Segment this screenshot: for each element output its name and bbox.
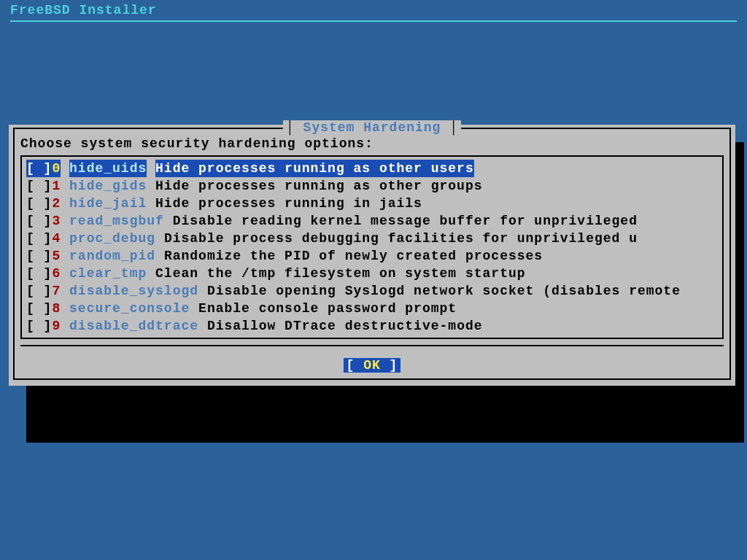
option-row-clear_tmp[interactable]: 6 clear_tmp Clean the /tmp filesystem on… — [26, 265, 718, 282]
option-index: 5 — [52, 247, 61, 265]
option-name: disable_ddtrace — [69, 317, 198, 335]
option-description: Disable opening Syslogd network socket (… — [207, 282, 681, 300]
checkbox-icon[interactable] — [26, 300, 52, 317]
option-description: Disallow DTrace destructive-mode — [207, 317, 483, 335]
option-index: 2 — [52, 195, 61, 212]
option-row-hide_uids[interactable]: 0 hide_uids Hide processes running as ot… — [26, 160, 718, 177]
checkbox-icon[interactable] — [26, 212, 52, 230]
option-index: 6 — [52, 265, 61, 282]
option-name: hide_jail — [69, 195, 147, 212]
option-row-disable_syslogd[interactable]: 7 disable_syslogd Disable opening Syslog… — [26, 282, 718, 300]
checkbox-icon[interactable] — [26, 265, 52, 282]
options-list: 0 hide_uids Hide processes running as ot… — [20, 155, 724, 339]
option-index: 3 — [52, 212, 61, 230]
option-name: proc_debug — [69, 230, 155, 247]
option-index: 1 — [52, 177, 61, 195]
checkbox-icon[interactable] — [26, 247, 52, 265]
option-name: clear_tmp — [69, 265, 147, 282]
option-index: 4 — [52, 230, 61, 247]
header-divider — [10, 20, 737, 22]
option-description: Clean the /tmp filesystem on system star… — [155, 265, 525, 282]
hardening-dialog: System Hardening Choose system security … — [9, 125, 735, 386]
option-row-proc_debug[interactable]: 4 proc_debug Disable process debugging f… — [26, 230, 718, 247]
checkbox-icon[interactable] — [26, 177, 52, 195]
option-description: Randomize the PID of newly created proce… — [164, 247, 543, 265]
option-index: 8 — [52, 300, 61, 317]
option-description: Hide processes running in jails — [155, 195, 422, 212]
button-bar: OK — [20, 345, 724, 373]
checkbox-icon[interactable] — [26, 160, 52, 177]
app-title: FreeBSD Installer — [0, 0, 747, 19]
option-description: Disable reading kernel message buffer fo… — [173, 212, 638, 230]
option-name: hide_gids — [69, 177, 147, 195]
option-description: Hide processes running as other groups — [155, 177, 482, 195]
option-description: Hide processes running as other users — [155, 160, 474, 177]
option-row-disable_ddtrace[interactable]: 9 disable_ddtrace Disallow DTrace destru… — [26, 317, 718, 335]
dialog-title: System Hardening — [283, 120, 461, 135]
option-index: 7 — [52, 282, 61, 300]
checkbox-icon[interactable] — [26, 282, 52, 300]
checkbox-icon[interactable] — [26, 195, 52, 212]
option-index: 9 — [52, 317, 61, 335]
option-name: secure_console — [69, 300, 190, 317]
option-row-hide_gids[interactable]: 1 hide_gids Hide processes running as ot… — [26, 177, 718, 195]
option-row-hide_jail[interactable]: 2 hide_jail Hide processes running in ja… — [26, 195, 718, 212]
option-name: disable_syslogd — [69, 282, 198, 300]
option-name: random_pid — [69, 247, 155, 265]
option-name: read_msgbuf — [69, 212, 164, 230]
option-row-random_pid[interactable]: 5 random_pid Randomize the PID of newly … — [26, 247, 718, 265]
option-row-secure_console[interactable]: 8 secure_console Enable console password… — [26, 300, 718, 317]
option-description: Disable process debugging facilities for… — [164, 230, 638, 247]
option-row-read_msgbuf[interactable]: 3 read_msgbuf Disable reading kernel mes… — [26, 212, 718, 230]
option-name: hide_uids — [69, 160, 147, 177]
dialog-prompt: Choose system security hardening options… — [20, 136, 724, 151]
checkbox-icon[interactable] — [26, 230, 52, 247]
option-index: 0 — [52, 160, 61, 177]
ok-button[interactable]: OK — [344, 358, 401, 373]
checkbox-icon[interactable] — [26, 317, 52, 335]
option-description: Enable console password prompt — [198, 300, 457, 317]
